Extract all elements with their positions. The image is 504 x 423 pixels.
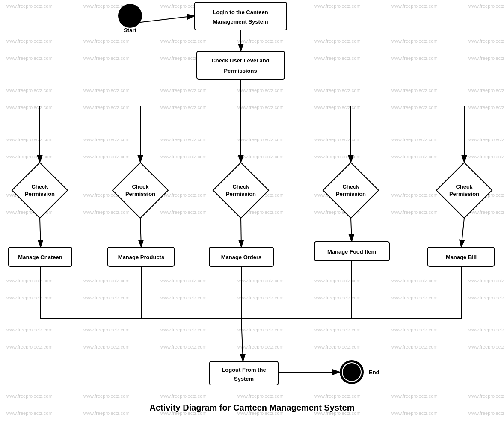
svg-text:www.freeprojectz.com: www.freeprojectz.com: [314, 137, 361, 142]
svg-text:www.freeprojectz.com: www.freeprojectz.com: [391, 393, 438, 399]
svg-text:www.freeprojectz.com: www.freeprojectz.com: [468, 393, 504, 399]
svg-text:www.freeprojectz.com: www.freeprojectz.com: [6, 278, 53, 283]
check-level-box: [197, 51, 285, 79]
svg-text:www.freeprojectz.com: www.freeprojectz.com: [237, 154, 284, 159]
arrow-to-logout: [241, 319, 243, 361]
manage-food-item-text: Manage Food Item: [327, 248, 376, 255]
check-level-text2: Permissions: [224, 68, 257, 74]
svg-text:www.freeprojectz.com: www.freeprojectz.com: [160, 154, 207, 159]
svg-text:www.freeprojectz.com: www.freeprojectz.com: [6, 38, 53, 44]
svg-text:www.freeprojectz.com: www.freeprojectz.com: [237, 344, 284, 349]
svg-text:www.freeprojectz.com: www.freeprojectz.com: [6, 56, 53, 61]
check-perm-4-text1: Check: [342, 183, 359, 190]
login-text-line2: Management System: [213, 18, 268, 25]
svg-text:www.freeprojectz.com: www.freeprojectz.com: [391, 56, 438, 61]
svg-text:www.freeprojectz.com: www.freeprojectz.com: [160, 105, 207, 110]
svg-text:www.freeprojectz.com: www.freeprojectz.com: [391, 327, 438, 332]
svg-text:www.freeprojectz.com: www.freeprojectz.com: [314, 56, 361, 61]
svg-text:www.freeprojectz.com: www.freeprojectz.com: [160, 344, 207, 349]
svg-text:www.freeprojectz.com: www.freeprojectz.com: [314, 88, 361, 93]
diagram-container: www.freeprojectz.com www.freeprojectz.co…: [0, 0, 504, 423]
end-label: End: [369, 369, 379, 376]
svg-text:www.freeprojectz.com: www.freeprojectz.com: [468, 295, 504, 300]
svg-text:www.freeprojectz.com: www.freeprojectz.com: [83, 278, 130, 283]
svg-text:www.freeprojectz.com: www.freeprojectz.com: [314, 38, 361, 44]
svg-text:www.freeprojectz.com: www.freeprojectz.com: [237, 278, 284, 283]
arrow-perm2-to-products: [140, 218, 141, 247]
svg-text:www.freeprojectz.com: www.freeprojectz.com: [83, 295, 130, 300]
check-perm-2-text1: Check: [132, 183, 149, 190]
check-perm-4-text2: Permission: [336, 191, 366, 197]
check-level-text1: Check User Level and: [211, 57, 269, 64]
svg-text:www.freeprojectz.com: www.freeprojectz.com: [160, 327, 207, 332]
manage-bill-text: Manage Bill: [446, 254, 477, 260]
check-perm-1-text1: Check: [31, 183, 48, 190]
svg-text:www.freeprojectz.com: www.freeprojectz.com: [314, 105, 361, 110]
login-text-line1: Login to the Canteen: [213, 9, 268, 15]
svg-text:www.freeprojectz.com: www.freeprojectz.com: [6, 3, 53, 9]
svg-text:www.freeprojectz.com: www.freeprojectz.com: [468, 210, 504, 215]
svg-text:www.freeprojectz.com: www.freeprojectz.com: [160, 38, 207, 44]
svg-text:www.freeprojectz.com: www.freeprojectz.com: [237, 137, 284, 142]
svg-text:www.freeprojectz.com: www.freeprojectz.com: [160, 295, 207, 300]
arrow-perm5-to-bill: [461, 218, 464, 247]
svg-text:www.freeprojectz.com: www.freeprojectz.com: [160, 393, 207, 399]
svg-text:www.freeprojectz.com: www.freeprojectz.com: [468, 344, 504, 349]
manage-products-text: Manage Products: [118, 254, 164, 260]
svg-text:www.freeprojectz.com: www.freeprojectz.com: [6, 344, 53, 349]
svg-text:www.freeprojectz.com: www.freeprojectz.com: [83, 411, 130, 416]
svg-text:www.freeprojectz.com: www.freeprojectz.com: [314, 393, 361, 399]
svg-text:www.freeprojectz.com: www.freeprojectz.com: [83, 344, 130, 349]
svg-text:www.freeprojectz.com: www.freeprojectz.com: [6, 154, 53, 159]
svg-text:www.freeprojectz.com: www.freeprojectz.com: [314, 278, 361, 283]
start-circle: [118, 4, 142, 28]
arrow-perm3-to-orders: [241, 218, 241, 247]
svg-text:www.freeprojectz.com: www.freeprojectz.com: [468, 137, 504, 142]
svg-text:www.freeprojectz.com: www.freeprojectz.com: [6, 327, 53, 332]
svg-text:www.freeprojectz.com: www.freeprojectz.com: [391, 344, 438, 349]
svg-text:www.freeprojectz.com: www.freeprojectz.com: [468, 154, 504, 159]
svg-text:www.freeprojectz.com: www.freeprojectz.com: [83, 154, 130, 159]
svg-text:www.freeprojectz.com: www.freeprojectz.com: [391, 295, 438, 300]
svg-text:www.freeprojectz.com: www.freeprojectz.com: [160, 278, 207, 283]
svg-text:www.freeprojectz.com: www.freeprojectz.com: [237, 295, 284, 300]
svg-text:www.freeprojectz.com: www.freeprojectz.com: [237, 105, 284, 110]
svg-text:www.freeprojectz.com: www.freeprojectz.com: [83, 137, 130, 142]
arrow-perm1-to-cnateen: [40, 218, 41, 247]
logout-text2: System: [234, 376, 254, 382]
svg-text:www.freeprojectz.com: www.freeprojectz.com: [6, 393, 53, 399]
svg-text:www.freeprojectz.com: www.freeprojectz.com: [468, 278, 504, 283]
svg-text:www.freeprojectz.com: www.freeprojectz.com: [391, 210, 438, 215]
check-perm-1-text2: Permission: [25, 191, 55, 197]
manage-orders-text: Manage Orders: [221, 254, 262, 260]
svg-text:www.freeprojectz.com: www.freeprojectz.com: [391, 278, 438, 283]
svg-text:www.freeprojectz.com: www.freeprojectz.com: [391, 88, 438, 93]
svg-text:www.freeprojectz.com: www.freeprojectz.com: [391, 137, 438, 142]
svg-text:www.freeprojectz.com: www.freeprojectz.com: [83, 210, 130, 215]
check-perm-3-text1: Check: [232, 183, 249, 190]
arrow-perm4-to-food: [351, 218, 352, 242]
svg-text:www.freeprojectz.com: www.freeprojectz.com: [237, 393, 284, 399]
check-perm-3-text2: Permission: [226, 191, 256, 197]
svg-text:www.freeprojectz.com: www.freeprojectz.com: [83, 88, 130, 93]
check-perm-2-text2: Permission: [125, 191, 155, 197]
svg-text:www.freeprojectz.com: www.freeprojectz.com: [391, 38, 438, 44]
svg-text:www.freeprojectz.com: www.freeprojectz.com: [391, 192, 438, 198]
svg-text:www.freeprojectz.com: www.freeprojectz.com: [468, 56, 504, 61]
logout-text1: Logout From the: [222, 367, 266, 373]
svg-text:www.freeprojectz.com: www.freeprojectz.com: [391, 411, 438, 416]
svg-text:www.freeprojectz.com: www.freeprojectz.com: [391, 154, 438, 159]
activity-diagram: www.freeprojectz.com www.freeprojectz.co…: [0, 0, 504, 423]
svg-text:www.freeprojectz.com: www.freeprojectz.com: [237, 88, 284, 93]
svg-text:www.freeprojectz.com: www.freeprojectz.com: [391, 3, 438, 9]
start-label: Start: [124, 27, 136, 33]
svg-text:www.freeprojectz.com: www.freeprojectz.com: [391, 105, 438, 110]
manage-cnateen-text: Manage Cnateen: [18, 254, 62, 260]
svg-text:www.freeprojectz.com: www.freeprojectz.com: [160, 137, 207, 142]
svg-text:www.freeprojectz.com: www.freeprojectz.com: [237, 38, 284, 44]
svg-text:www.freeprojectz.com: www.freeprojectz.com: [6, 88, 53, 93]
login-box: [195, 2, 287, 30]
diagram-title: Activity Diagram for Canteen Management …: [149, 403, 354, 412]
svg-text:www.freeprojectz.com: www.freeprojectz.com: [468, 3, 504, 9]
svg-text:www.freeprojectz.com: www.freeprojectz.com: [314, 295, 361, 300]
